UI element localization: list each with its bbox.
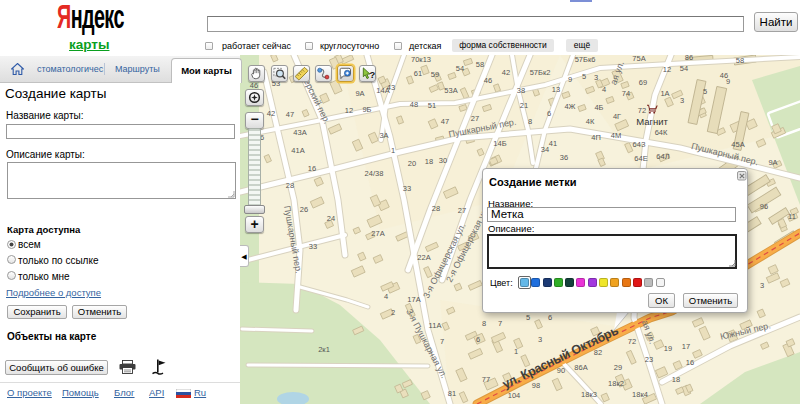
svg-text:5: 5 — [526, 313, 530, 322]
svg-text:6: 6 — [547, 109, 551, 118]
svg-text:26: 26 — [300, 205, 308, 214]
svg-text:30: 30 — [439, 156, 447, 165]
svg-text:81: 81 — [448, 389, 456, 398]
svg-text:6: 6 — [476, 335, 480, 344]
svg-text:18: 18 — [672, 375, 680, 384]
svg-text:4П: 4П — [591, 133, 601, 142]
svg-text:82: 82 — [594, 348, 602, 357]
svg-text:1: 1 — [514, 347, 518, 356]
svg-text:5: 5 — [703, 87, 707, 96]
svg-text:1А: 1А — [660, 89, 669, 98]
svg-text:16: 16 — [308, 164, 316, 173]
svg-text:75А: 75А — [632, 55, 645, 63]
svg-text:36: 36 — [560, 153, 568, 162]
svg-text:9: 9 — [726, 77, 730, 86]
svg-text:18: 18 — [425, 157, 433, 166]
svg-text:33: 33 — [403, 184, 411, 193]
svg-text:3: 3 — [680, 96, 684, 105]
svg-text:64З: 64З — [633, 140, 646, 149]
svg-text:22А: 22А — [417, 253, 430, 262]
svg-text:14А: 14А — [376, 86, 389, 95]
svg-text:27А: 27А — [371, 229, 384, 238]
svg-text:47: 47 — [286, 110, 294, 119]
svg-text:4К: 4К — [586, 117, 595, 126]
svg-text:64К: 64К — [655, 128, 668, 137]
svg-text:7: 7 — [440, 337, 444, 346]
svg-text:51: 51 — [428, 101, 436, 110]
svg-text:57Бк2: 57Бк2 — [530, 68, 551, 77]
svg-text:77: 77 — [482, 375, 490, 384]
svg-text:3: 3 — [594, 73, 598, 82]
svg-text:?: ? — [369, 70, 375, 80]
svg-text:20: 20 — [408, 159, 416, 168]
svg-text:69: 69 — [639, 78, 647, 87]
svg-text:53А: 53А — [444, 86, 457, 95]
svg-text:12: 12 — [663, 65, 671, 74]
svg-text:58: 58 — [476, 60, 484, 69]
svg-text:3: 3 — [538, 335, 542, 344]
svg-text:7: 7 — [498, 319, 502, 328]
svg-text:42: 42 — [502, 68, 510, 77]
svg-text:24: 24 — [327, 214, 335, 223]
svg-text:86: 86 — [685, 55, 693, 62]
svg-text:21: 21 — [520, 101, 528, 110]
svg-text:18к3: 18к3 — [581, 390, 597, 399]
svg-text:74: 74 — [622, 89, 630, 98]
svg-text:28: 28 — [432, 204, 440, 213]
svg-text:28: 28 — [286, 181, 294, 190]
svg-text:96: 96 — [760, 202, 768, 211]
svg-text:43А: 43А — [293, 128, 306, 137]
svg-text:4Г: 4Г — [613, 112, 621, 121]
svg-text:54: 54 — [456, 64, 464, 73]
svg-text:11А: 11А — [429, 321, 442, 330]
svg-text:38: 38 — [517, 86, 525, 95]
svg-text:9А: 9А — [355, 89, 364, 98]
svg-text:5: 5 — [582, 72, 586, 81]
svg-text:45А: 45А — [731, 140, 744, 149]
svg-text:9: 9 — [568, 75, 572, 84]
svg-text:27: 27 — [458, 206, 466, 215]
svg-text:64Л: 64Л — [656, 152, 669, 161]
svg-text:11: 11 — [788, 212, 796, 221]
svg-text:47: 47 — [441, 117, 449, 126]
svg-text:16: 16 — [686, 358, 694, 367]
svg-text:4: 4 — [602, 85, 606, 94]
svg-text:9Б: 9Б — [362, 105, 371, 114]
svg-text:104: 104 — [508, 391, 521, 400]
svg-text:54: 54 — [680, 64, 688, 73]
svg-text:4Б: 4Б — [594, 103, 603, 112]
svg-text:27: 27 — [471, 114, 479, 123]
svg-text:1: 1 — [391, 146, 395, 155]
svg-text:6: 6 — [548, 313, 552, 322]
svg-text:24/38: 24/38 — [365, 169, 384, 178]
svg-text:48: 48 — [410, 100, 418, 109]
svg-text:19: 19 — [664, 344, 672, 353]
svg-text:13: 13 — [552, 85, 560, 94]
svg-text:4: 4 — [384, 292, 388, 301]
svg-text:18к2: 18к2 — [608, 379, 624, 388]
svg-text:41А: 41А — [291, 146, 304, 155]
svg-text:8: 8 — [482, 319, 486, 328]
svg-text:23: 23 — [645, 355, 653, 364]
svg-text:57Бк6: 57Бк6 — [575, 55, 596, 64]
svg-text:59: 59 — [431, 70, 439, 79]
svg-text:3: 3 — [760, 281, 764, 290]
svg-text:2: 2 — [391, 308, 395, 317]
svg-text:33: 33 — [309, 242, 317, 251]
svg-text:12: 12 — [345, 106, 353, 115]
svg-text:4Ж: 4Ж — [564, 102, 575, 111]
svg-text:72: 72 — [628, 337, 636, 346]
svg-text:3А: 3А — [379, 131, 388, 140]
svg-text:9А: 9А — [768, 158, 777, 167]
svg-text:17: 17 — [682, 342, 690, 351]
svg-text:34: 34 — [541, 145, 549, 154]
svg-text:64Е: 64Е — [634, 154, 647, 163]
svg-text:Магнит: Магнит — [636, 116, 668, 127]
svg-text:41: 41 — [549, 139, 557, 148]
svg-text:17А: 17А — [407, 295, 420, 304]
svg-text:29: 29 — [614, 363, 622, 372]
svg-text:42: 42 — [267, 109, 275, 118]
svg-text:2к1: 2к1 — [318, 345, 330, 354]
svg-text:58: 58 — [736, 56, 744, 65]
svg-text:8: 8 — [528, 117, 532, 126]
